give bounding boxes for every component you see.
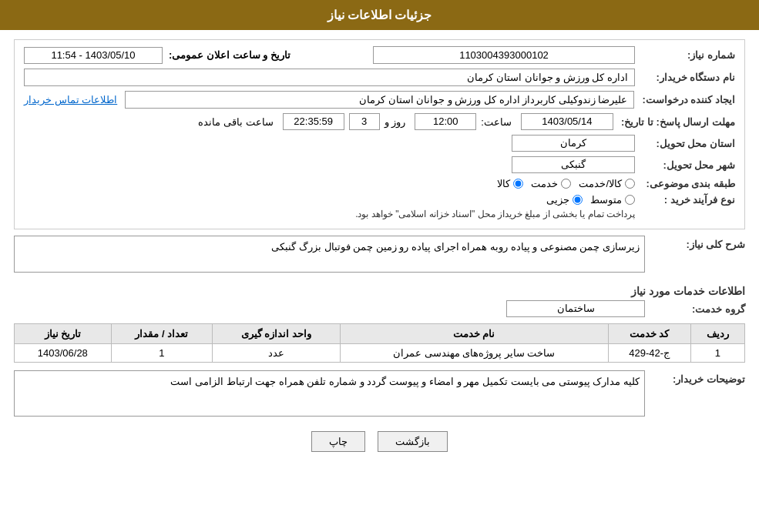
page-title: جزئیات اطلاعات نیاز xyxy=(327,8,432,22)
radio-kala-label: کالا xyxy=(497,178,510,189)
print-button[interactable]: چاپ xyxy=(311,431,365,452)
radio-motovaset-input[interactable] xyxy=(625,195,635,205)
table-cell-namKhedmat: ساخت سایر پروژه‌های مهندسی عمران xyxy=(340,344,608,363)
farayand-note: پرداخت تمام یا بخشی از مبلغ خریداز محل "… xyxy=(355,209,635,219)
table-cell-vahed: عدد xyxy=(213,344,341,363)
radio-motovaset[interactable]: متوسط xyxy=(590,194,635,206)
tosifKharidar-value: کلیه مدارک پیوستی می بایست تکمیل مهر و ا… xyxy=(14,370,645,417)
mohlat-label: مهلت ارسال پاسخ: تا تاریخ: xyxy=(613,116,735,128)
page-header: جزئیات اطلاعات نیاز xyxy=(0,0,759,30)
radio-khedmat-label: خدمت xyxy=(531,178,558,189)
button-row: بازگشت چاپ xyxy=(14,420,745,460)
rooz-label: روز و xyxy=(385,116,406,128)
radio-khedmat[interactable]: خدمت xyxy=(531,178,571,189)
saaat-value: 12:00 xyxy=(415,113,476,130)
radio-kala-input[interactable] xyxy=(513,179,523,189)
saaat-label: ساعت: xyxy=(481,116,512,128)
radio-motovaset-label: متوسط xyxy=(590,194,622,206)
radio-khedmat-input[interactable] xyxy=(561,179,571,189)
tarikhElan-value: 1403/05/10 - 11:54 xyxy=(24,47,163,64)
radio-kalaKhedmat-input[interactable] xyxy=(625,179,635,189)
services-table: ردیف کد خدمت نام خدمت واحد اندازه گیری ت… xyxy=(14,323,745,363)
radio-jozii-label: جزیی xyxy=(546,194,569,206)
namDastgah-value: اداره کل ورزش و جوانان استان کرمان xyxy=(24,69,635,86)
table-cell-radif: 1 xyxy=(690,344,744,363)
tarikhElan-label: تاریخ و ساعت اعلان عمومی: xyxy=(169,49,291,61)
namDastgah-label: نام دستگاه خریدار: xyxy=(635,72,735,83)
col-namKhedmat: نام خدمت xyxy=(340,324,608,344)
sharhKoli-value: زیرسازی چمن مصنوعی و پیاده روبه همراه اج… xyxy=(14,236,645,273)
baghimande-value: 22:35:59 xyxy=(283,113,344,130)
radio-kalaKhedmat[interactable]: کالا/خدمت xyxy=(579,178,635,189)
radio-jozii[interactable]: جزیی xyxy=(546,194,583,206)
baghimande-label: ساعت باقی مانده xyxy=(198,116,273,128)
col-radif: ردیف xyxy=(690,324,744,344)
goroheKhedmat-label: گروه خدمت: xyxy=(645,303,745,315)
table-cell-kodKhedmat: ج-42-429 xyxy=(608,344,690,363)
noeFarayand-label: نوع فرآیند خرید : xyxy=(635,194,735,206)
table-cell-tarikh: 1403/06/28 xyxy=(15,344,112,363)
back-button[interactable]: بازگشت xyxy=(378,431,448,452)
ijadKonnande-label: ایجاد کننده درخواست: xyxy=(634,94,735,105)
ijadKonnande-value: علیرضا زندوکیلی کاربرداز اداره کل ورزش و… xyxy=(125,91,634,109)
tosifKharidar-label: توضیحات خریدار: xyxy=(645,370,745,385)
table-cell-tedad: 1 xyxy=(111,344,212,363)
ostanTahvil-label: استان محل تحویل: xyxy=(635,138,735,149)
col-tedad: تعداد / مقدار xyxy=(111,324,212,344)
table-row: 1ج-42-429ساخت سایر پروژه‌های مهندسی عمرا… xyxy=(15,344,745,363)
col-vahed: واحد اندازه گیری xyxy=(213,324,341,344)
date-value: 1403/05/14 xyxy=(521,113,613,130)
col-kodKhedmat: کد خدمت xyxy=(608,324,690,344)
shomareNiaz-label: شماره نیاز: xyxy=(635,49,735,61)
ostanTahvil-value: کرمان xyxy=(512,135,635,152)
goroheKhedmat-value: ساختمان xyxy=(506,300,645,317)
tabaqe-label: طبقه بندی موضوعی: xyxy=(635,178,735,189)
contact-info-link[interactable]: اطلاعات تماس خریدار xyxy=(24,94,117,105)
shahrTahvil-label: شهر محل تحویل: xyxy=(635,159,735,171)
shomareNiaz-value: 1103004393000102 xyxy=(373,46,635,64)
radio-kala[interactable]: کالا xyxy=(497,178,523,189)
radio-jozii-input[interactable] xyxy=(573,195,583,205)
khadamat-section-title: اطلاعات خدمات مورد نیاز xyxy=(14,279,745,300)
sharhKoli-label: شرح کلی نیاز: xyxy=(645,236,745,250)
col-tarikh: تاریخ نیاز xyxy=(15,324,112,344)
rooz-value: 3 xyxy=(349,113,380,130)
radio-kalaKhedmat-label: کالا/خدمت xyxy=(579,178,622,189)
shahrTahvil-value: گنبکی xyxy=(512,156,635,173)
